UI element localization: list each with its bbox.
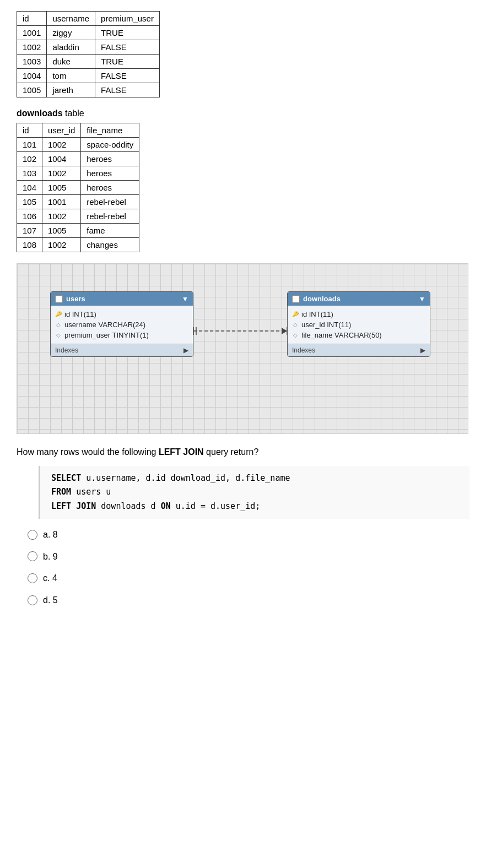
downloads-dropdown-icon[interactable]: ▼: [419, 295, 425, 303]
table-cell: ziggy: [47, 26, 95, 40]
table-row: 1071005fame: [17, 224, 139, 238]
table-cell: 1002: [42, 138, 81, 152]
table-cell: 1002: [17, 40, 47, 55]
downloads-field-userid: ◇ user_id INT(11): [292, 319, 425, 330]
table-row: 1031002heroes: [17, 166, 139, 181]
diamond-icon-2: ◇: [55, 332, 62, 339]
table-cell: 1004: [42, 152, 81, 166]
code-line-2: FROM users u: [51, 485, 458, 500]
downloads-card-footer[interactable]: Indexes ▶: [288, 344, 430, 356]
table-cell: space-oddity: [81, 138, 139, 152]
key-icon: 🔑: [55, 311, 62, 318]
table-row: 1003dukeTRUE: [17, 55, 160, 69]
table-cell: 1005: [17, 83, 47, 97]
table-row: 1002aladdinFALSE: [17, 40, 160, 55]
table-row: 1001ziggyTRUE: [17, 26, 160, 40]
option-c-label: c. 4: [43, 571, 57, 585]
table-row: 1061002rebel-rebel: [17, 209, 139, 224]
users-col-header: id: [17, 12, 47, 26]
downloads-card-header: downloads ▼: [288, 292, 430, 306]
option-d-label: d. 5: [43, 593, 58, 607]
diamond-icon-dl: ◇: [292, 322, 299, 328]
downloads-card-body: 🔑 id INT(11) ◇ user_id INT(11) ◇ file_na…: [288, 306, 430, 344]
users-col-header: premium_user: [95, 12, 160, 26]
table-row: 1004tomFALSE: [17, 69, 160, 83]
table-cell: 102: [17, 152, 42, 166]
users-table: idusernamepremium_user1001ziggyTRUE1002a…: [17, 11, 160, 97]
table-cell: 1002: [42, 238, 81, 252]
svg-marker-4: [282, 328, 287, 334]
diamond-icon-dl2: ◇: [292, 332, 299, 339]
option-b-label: b. 9: [43, 550, 58, 564]
table-cell: jareth: [47, 83, 95, 97]
table-row: 1021004heroes: [17, 152, 139, 166]
table-cell: 1003: [17, 55, 47, 69]
code-line-3: LEFT JOIN downloads d ON u.id = d.user_i…: [51, 500, 458, 514]
users-card-footer[interactable]: Indexes ▶: [51, 344, 193, 356]
table-cell: rebel-rebel: [81, 195, 139, 209]
table-cell: 108: [17, 238, 42, 252]
table-row: 1005jarethFALSE: [17, 83, 160, 97]
downloads-card-title: downloads: [303, 295, 341, 303]
table-cell: 104: [17, 181, 42, 195]
downloads-col-header: id: [17, 123, 42, 138]
users-card-body: 🔑 id INT(11) ◇ username VARCHAR(24) ◇ pr…: [51, 306, 193, 344]
table-row: 1051001rebel-rebel: [17, 195, 139, 209]
radio-a[interactable]: [28, 530, 37, 540]
option-d[interactable]: d. 5: [28, 593, 469, 607]
option-a[interactable]: a. 8: [28, 528, 469, 542]
downloads-db-card: downloads ▼ 🔑 id INT(11) ◇ user_id INT(1…: [287, 291, 430, 357]
users-table-icon: [55, 295, 63, 303]
users-indexes-arrow[interactable]: ▶: [183, 346, 188, 354]
users-field-id: 🔑 id INT(11): [55, 309, 188, 319]
users-field-username: ◇ username VARCHAR(24): [55, 319, 188, 330]
option-b[interactable]: b. 9: [28, 550, 469, 564]
table-cell: 103: [17, 166, 42, 181]
key-icon-dl: 🔑: [292, 311, 299, 318]
table-cell: changes: [81, 238, 139, 252]
options-list: a. 8 b. 9 c. 4 d. 5: [28, 528, 469, 607]
question-text: How many rows would the following LEFT J…: [17, 445, 469, 459]
users-db-card: users ▼ 🔑 id INT(11) ◇ username VARCHAR(…: [50, 291, 193, 357]
radio-c[interactable]: [28, 573, 37, 583]
code-line-1: SELECT u.username, d.id download_id, d.f…: [51, 471, 458, 486]
table-cell: 105: [17, 195, 42, 209]
downloads-section-label: downloads table: [17, 109, 469, 118]
table-cell: duke: [47, 55, 95, 69]
table-cell: 101: [17, 138, 42, 152]
table-cell: aladdin: [47, 40, 95, 55]
option-a-label: a. 8: [43, 528, 58, 542]
table-cell: FALSE: [95, 83, 160, 97]
table-cell: FALSE: [95, 69, 160, 83]
code-block: SELECT u.username, d.id download_id, d.f…: [39, 466, 469, 519]
table-cell: TRUE: [95, 55, 160, 69]
downloads-col-header: user_id: [42, 123, 81, 138]
question-area: How many rows would the following LEFT J…: [17, 445, 469, 607]
users-field-premium: ◇ premium_user TINYINT(1): [55, 330, 188, 340]
table-cell: 1005: [42, 181, 81, 195]
downloads-table: iduser_idfile_name1011002space-oddity102…: [17, 123, 139, 252]
table-row: 1081002changes: [17, 238, 139, 252]
table-cell: 1005: [42, 224, 81, 238]
table-cell: FALSE: [95, 40, 160, 55]
table-cell: TRUE: [95, 26, 160, 40]
downloads-table-icon: [292, 295, 300, 303]
downloads-indexes-arrow[interactable]: ▶: [420, 346, 425, 354]
table-cell: 1001: [42, 195, 81, 209]
radio-b[interactable]: [28, 551, 37, 561]
table-cell: 1004: [17, 69, 47, 83]
radio-d[interactable]: [28, 595, 37, 605]
diamond-icon: ◇: [55, 322, 62, 328]
downloads-col-header: file_name: [81, 123, 139, 138]
option-c[interactable]: c. 4: [28, 571, 469, 585]
table-cell: heroes: [81, 181, 139, 195]
table-cell: 1002: [42, 209, 81, 224]
users-card-title: users: [66, 295, 85, 303]
table-cell: 1002: [42, 166, 81, 181]
table-cell: heroes: [81, 166, 139, 181]
table-row: 1011002space-oddity: [17, 138, 139, 152]
users-dropdown-icon[interactable]: ▼: [182, 295, 188, 303]
table-cell: rebel-rebel: [81, 209, 139, 224]
table-cell: fame: [81, 224, 139, 238]
table-cell: 106: [17, 209, 42, 224]
